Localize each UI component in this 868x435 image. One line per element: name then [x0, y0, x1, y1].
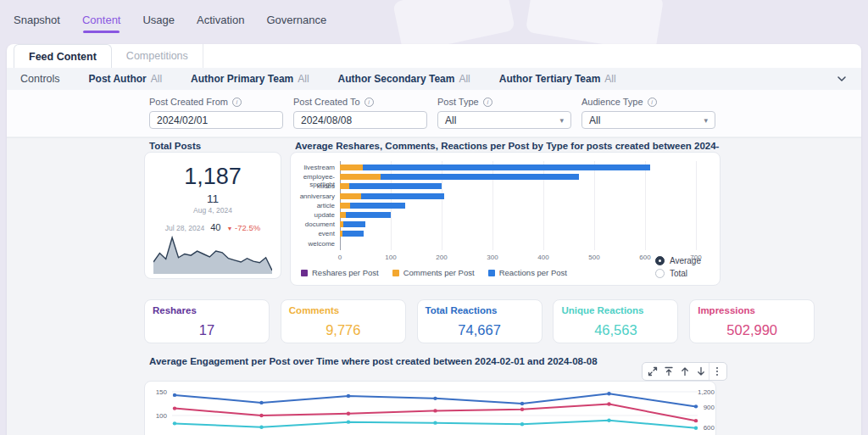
dashboard-page: SnapshotContentUsageActivationGovernance…	[0, 0, 868, 435]
x-tick-label: 100	[378, 254, 403, 261]
field-audience-type: Audience TypeiAll▾	[581, 97, 715, 129]
panel-tab-strip: Feed ContentCompetitions	[7, 44, 861, 68]
post-created-from-input[interactable]	[149, 111, 283, 129]
comparison-date: Jul 28, 2024	[165, 224, 204, 232]
bar-category-label: welcome	[291, 240, 335, 248]
field-label-post-created-from: Post Created Fromi	[149, 97, 283, 107]
bar-segment-comments-per-post	[340, 193, 361, 199]
bar-chart-mode-toggle: AverageTotal	[655, 256, 701, 278]
top-nav-tab-snapshot[interactable]: Snapshot	[14, 0, 60, 39]
legend-item-reshares-per-post[interactable]: Reshares per Post	[301, 268, 379, 277]
field-post-created-to: Post Created Toi	[293, 97, 427, 129]
field-label-text: Post Created To	[293, 97, 360, 107]
legend-item-comments-per-post[interactable]: Comments per Post	[392, 268, 475, 277]
mode-option-total[interactable]: Total	[655, 269, 701, 278]
expand-icon[interactable]	[644, 363, 660, 380]
total-posts-comparison: Jul 28, 2024 40 ▼ -72.5%	[145, 222, 281, 232]
bar-segment-reactions-per-post	[342, 231, 364, 237]
controls-filter-author-secondary-team[interactable]: Author Secondary TeamAll	[338, 73, 470, 85]
bar-segment-reactions-per-post	[349, 183, 442, 189]
top-nav-tab-activation[interactable]: Activation	[197, 0, 244, 39]
kebab-menu-icon[interactable]	[709, 363, 725, 380]
total-posts-card: 1,187 11 Aug 4, 2024 Jul 28, 2024 40 ▼ -…	[144, 152, 281, 279]
metric-value: 9,776	[281, 322, 405, 338]
field-post-type: Post TypeiAll▾	[437, 97, 571, 129]
metric-label: Comments	[289, 305, 339, 315]
metric-label: Impressions	[698, 305, 755, 315]
info-icon[interactable]: i	[232, 98, 242, 107]
bar-segment-reactions-per-post	[381, 174, 579, 180]
bar-chart-legend: Reshares per PostComments per PostReacti…	[301, 268, 567, 277]
arrow-up-icon[interactable]	[676, 363, 693, 380]
controls-filter-post-author[interactable]: Post AuthorAll	[89, 73, 163, 85]
metric-card-impressions: Impressions502,990	[689, 299, 815, 343]
controls-filter-author-primary-team[interactable]: Author Primary TeamAll	[191, 73, 309, 85]
controls-filter-author-tertiary-team[interactable]: Author Tertiary TeamAll	[499, 73, 616, 85]
filter-label: Author Secondary Team	[338, 73, 455, 85]
filter-value: All	[459, 73, 470, 85]
bar-category-label: event	[291, 230, 335, 237]
radio-average[interactable]	[655, 256, 665, 265]
tab-feed-content[interactable]: Feed Content	[14, 44, 112, 68]
engagement-chart-title: Average Engagement per Post over Time wh…	[149, 356, 658, 366]
legend-item-reactions-per-post[interactable]: Reactions per Post	[488, 268, 567, 277]
top-nav-tab-governance[interactable]: Governance	[266, 0, 326, 39]
bar-segment-reactions-per-post	[361, 193, 444, 199]
engagement-chart-card: 1501001,200900600	[144, 381, 716, 435]
field-label-post-type: Post Typei	[437, 97, 571, 107]
total-posts-secondary-value: 11	[145, 192, 281, 205]
info-icon[interactable]: i	[483, 98, 492, 107]
chevron-down-icon[interactable]	[836, 73, 848, 85]
bar-category-label: article	[291, 202, 335, 209]
filter-row: Post Created FromiPost Created ToiPost T…	[7, 90, 861, 137]
x-tick-label: 300	[480, 254, 505, 261]
post-created-to-input[interactable]	[293, 111, 427, 129]
main-panel: Feed ContentCompetitions Controls Post A…	[7, 44, 861, 435]
bar-segment-comments-per-post	[340, 183, 349, 189]
gridline	[594, 161, 595, 250]
legend-swatch	[488, 270, 495, 276]
bar-segment-comments-per-post	[340, 212, 346, 218]
metric-value: 74,667	[418, 322, 542, 338]
audience-type-select[interactable]: All▾	[581, 111, 715, 129]
mode-label: Average	[670, 256, 701, 265]
metric-value: 17	[145, 322, 269, 338]
gridline	[645, 161, 646, 250]
top-nav-tab-usage[interactable]: Usage	[142, 0, 175, 39]
bar-segment-comments-per-post	[340, 165, 363, 170]
align-top-icon[interactable]	[660, 363, 676, 380]
total-posts-secondary-date: Aug 4, 2024	[145, 206, 281, 215]
controls-filter-summary: Post AuthorAllAuthor Primary TeamAllAuth…	[89, 73, 616, 85]
bar-category-label: livestream	[291, 164, 335, 171]
top-nav: SnapshotContentUsageActivationGovernance	[0, 0, 868, 39]
controls-label: Controls	[20, 73, 60, 85]
info-icon[interactable]: i	[648, 98, 657, 107]
legend-swatch	[392, 270, 399, 276]
change-badge: ▼ -72.5%	[226, 223, 260, 232]
x-tick-label: 400	[531, 254, 556, 261]
content-area: Total Posts 1,187 11 Aug 4, 2024 Jul 28,…	[7, 137, 861, 435]
svg-text:600: 600	[704, 424, 715, 432]
legend-label: Reactions per Post	[499, 268, 567, 277]
info-icon[interactable]: i	[364, 98, 374, 107]
selected-option: All	[445, 114, 456, 126]
radio-total[interactable]	[655, 269, 665, 278]
metric-label: Total Reactions	[426, 305, 498, 315]
top-nav-tab-content[interactable]: Content	[82, 0, 121, 39]
bar-segment-reactions-per-post	[363, 165, 650, 170]
metric-value: 46,563	[554, 322, 677, 338]
arrow-down-icon[interactable]	[693, 363, 709, 380]
mode-option-average[interactable]: Average	[655, 256, 701, 265]
selected-option: All	[589, 114, 600, 126]
metric-card-comments: Comments9,776	[281, 299, 406, 343]
post-type-select[interactable]: All▾	[437, 111, 571, 129]
tab-competitions[interactable]: Competitions	[112, 44, 203, 68]
field-post-created-from: Post Created Fromi	[149, 97, 283, 129]
x-tick-label: 500	[581, 254, 607, 261]
bar-segment-reactions-per-post	[350, 203, 405, 209]
legend-label: Comments per Post	[403, 268, 475, 277]
engagement-line-chart: 1501001,200900600	[145, 382, 717, 435]
metric-value: 502,990	[690, 322, 814, 338]
bar-category-label: kudos	[291, 182, 335, 190]
bar-segment-reactions-per-post	[346, 212, 391, 218]
